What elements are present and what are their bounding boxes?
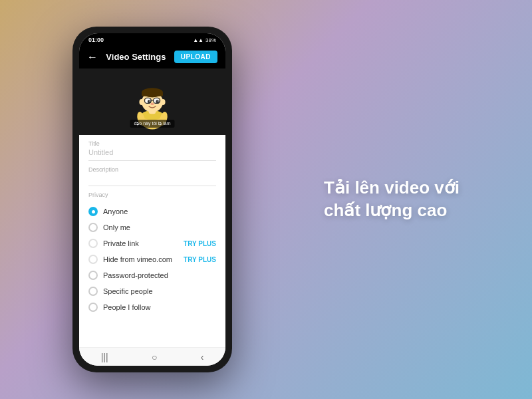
bottom-navigation: ||| ○ ‹ [79, 347, 225, 366]
svg-point-17 [160, 99, 165, 105]
nav-home-icon[interactable]: ○ [152, 352, 157, 362]
radio-only-me[interactable] [88, 223, 98, 232]
radio-hide-vimeo[interactable] [88, 255, 98, 264]
description-field: Description [88, 166, 216, 186]
privacy-option-people-follow[interactable]: People I follow [88, 299, 216, 315]
privacy-option-hide-vimeo[interactable]: Hide from vimeo.comTRY PLUS [88, 251, 216, 267]
back-button[interactable]: ← [87, 51, 98, 63]
status-icons: ▲▲ 38% [193, 37, 216, 43]
radio-anyone[interactable] [88, 207, 98, 216]
privacy-options: AnyoneOnly mePrivate linkTRY PLUSHide fr… [88, 203, 216, 315]
video-thumbnail: đạo này tôi lạ làm [79, 68, 225, 135]
radio-label-only-me: Only me [103, 223, 130, 231]
privacy-label: Privacy [88, 192, 216, 198]
svg-point-10 [150, 100, 151, 102]
privacy-option-anyone[interactable]: Anyone [88, 203, 216, 219]
promo-line2: chất lượng cao [324, 200, 447, 220]
radio-label-anyone: Anyone [103, 207, 128, 215]
radio-label-specific-people: Specific people [103, 287, 153, 295]
battery-icon: 38% [205, 37, 216, 43]
nav-recent-apps-icon[interactable]: ||| [101, 352, 108, 362]
app-header: ← Video Settings UPLOAD [79, 47, 225, 68]
status-time: 01:00 [88, 37, 104, 43]
screen-title: Video Settings [106, 52, 166, 62]
radio-specific-people[interactable] [88, 287, 98, 296]
privacy-option-specific-people[interactable]: Specific people [88, 283, 216, 299]
svg-point-16 [139, 99, 144, 105]
promo-text: Tải lên video với chất lượng cao [324, 177, 460, 222]
title-field: Title Untitled [88, 140, 216, 161]
svg-point-12 [150, 102, 154, 105]
title-value[interactable]: Untitled [88, 148, 216, 161]
radio-label-people-follow: People I follow [103, 303, 151, 311]
radio-password-protected[interactable] [88, 271, 98, 280]
try-plus-badge-hide-vimeo[interactable]: TRY PLUS [184, 256, 216, 263]
form-area: Title Untitled Description Privacy Anyon… [79, 135, 225, 347]
privacy-option-private-link[interactable]: Private linkTRY PLUS [88, 235, 216, 251]
phone-screen: 01:00 ▲▲ 38% ← Video Settings UPLOAD [79, 33, 225, 366]
radio-label-hide-vimeo: Hide from vimeo.com [103, 255, 172, 263]
privacy-section: Privacy AnyoneOnly mePrivate linkTRY PLU… [88, 192, 216, 315]
status-bar: 01:00 ▲▲ 38% [79, 33, 225, 47]
title-label: Title [88, 140, 216, 147]
radio-label-password-protected: Password-protected [103, 271, 168, 279]
signal-icon: ▲▲ [193, 37, 203, 43]
phone-shell: 01:00 ▲▲ 38% ← Video Settings UPLOAD [72, 27, 232, 372]
description-label: Description [88, 166, 216, 173]
radio-people-follow[interactable] [88, 303, 98, 312]
svg-rect-5 [142, 92, 163, 96]
promo-line1: Tải lên video với [324, 178, 460, 198]
svg-point-11 [158, 100, 159, 102]
radio-private-link[interactable] [88, 239, 98, 248]
description-value[interactable] [88, 174, 216, 186]
nav-back-icon[interactable]: ‹ [201, 352, 204, 362]
upload-button[interactable]: UPLOAD [174, 51, 217, 63]
scene: 01:00 ▲▲ 38% ← Video Settings UPLOAD [0, 0, 532, 399]
video-subtitle: đạo này tôi lạ làm [130, 120, 174, 128]
privacy-option-password-protected[interactable]: Password-protected [88, 267, 216, 283]
try-plus-badge-private-link[interactable]: TRY PLUS [184, 240, 216, 247]
privacy-option-only-me[interactable]: Only me [88, 219, 216, 235]
radio-label-private-link: Private link [103, 239, 139, 247]
